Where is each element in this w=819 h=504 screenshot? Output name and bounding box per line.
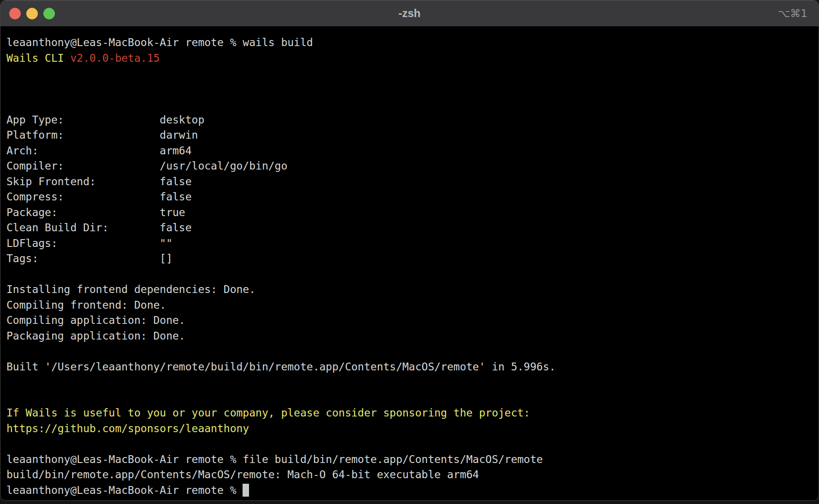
terminal-line: Tags:[]: [6, 251, 819, 267]
terminal-text: true: [160, 206, 185, 218]
terminal-text: false: [160, 222, 191, 234]
terminal-text-yellow: https://github.com/sponsors/leaanthony: [6, 422, 249, 434]
terminal-line: leaanthony@Leas-MacBook-Air remote %: [6, 483, 819, 498]
terminal-text: Installing frontend dependencies: Done.: [6, 283, 255, 295]
terminal-cursor: [243, 484, 249, 497]
terminal-text: false: [160, 176, 191, 188]
close-button[interactable]: [9, 8, 21, 19]
minimize-button[interactable]: [26, 8, 38, 19]
terminal-line: Built '/Users/leaanthony/remote/build/bi…: [6, 359, 819, 375]
terminal-line: Packaging application: Done.: [6, 328, 819, 344]
terminal-line: LDFlags:"": [6, 236, 819, 252]
terminal-text: leaanthony@Leas-MacBook-Air remote % wai…: [6, 36, 313, 48]
terminal-line: App Type:desktop: [6, 112, 819, 128]
terminal-text: Compress:: [6, 189, 160, 205]
terminal-text: arm64: [160, 145, 191, 157]
terminal-text: Compiling frontend: Done.: [6, 299, 166, 311]
terminal-line: [6, 82, 819, 97]
terminal-text: leaanthony@Leas-MacBook-Air remote %: [6, 484, 243, 496]
terminal-content[interactable]: leaanthony@Leas-MacBook-Air remote % wai…: [0, 26, 819, 498]
terminal-text: "": [160, 237, 172, 249]
terminal-line: leaanthony@Leas-MacBook-Air remote % wai…: [6, 35, 819, 51]
terminal-text: LDFlags:: [6, 236, 160, 252]
terminal-line: [6, 344, 819, 359]
terminal-text-yellow: If Wails is useful to you or your compan…: [6, 407, 530, 419]
terminal-line: Package:true: [6, 205, 819, 221]
terminal-text: /usr/local/go/bin/go: [160, 160, 287, 172]
terminal-line: Wails CLI v2.0.0-beta.15: [6, 51, 819, 66]
terminal-line: Compiler:/usr/local/go/bin/go: [6, 158, 819, 174]
terminal-text: false: [160, 191, 191, 203]
terminal-line: Arch:arm64: [6, 143, 819, 159]
terminal-text: Package:: [6, 205, 160, 221]
terminal-text-yellow: Wails CLI: [6, 52, 70, 64]
terminal-text: Built '/Users/leaanthony/remote/build/bi…: [6, 361, 556, 373]
terminal-line: [6, 375, 819, 390]
terminal-line: Compiling frontend: Done.: [6, 298, 819, 313]
terminal-text: Skip Frontend:: [6, 174, 160, 190]
terminal-text: darwin: [160, 129, 198, 141]
terminal-line: [6, 97, 819, 112]
terminal-text: []: [160, 252, 172, 264]
titlebar[interactable]: -zsh ⌥⌘1: [0, 0, 819, 26]
terminal-line: Compiling application: Done.: [6, 313, 819, 328]
terminal-line: [6, 66, 819, 82]
terminal-line: Compress:false: [6, 189, 819, 205]
terminal-text: Compiler:: [6, 158, 160, 174]
terminal-line: If Wails is useful to you or your compan…: [6, 405, 819, 421]
terminal-line: leaanthony@Leas-MacBook-Air remote % fil…: [6, 452, 819, 468]
terminal-text: desktop: [160, 114, 204, 126]
terminal-text: Arch:: [6, 143, 160, 159]
terminal-line: Installing frontend dependencies: Done.: [6, 282, 819, 298]
terminal-line: [6, 436, 819, 452]
terminal-text: Platform:: [6, 128, 160, 143]
window-controls: [0, 8, 55, 19]
terminal-text: Tags:: [6, 251, 160, 267]
terminal-line: https://github.com/sponsors/leaanthony: [6, 421, 819, 437]
terminal-line: build/bin/remote.app/Contents/MacOS/remo…: [6, 467, 819, 483]
terminal-line: Platform:darwin: [6, 128, 819, 143]
tab-shortcut-icon: ⌥⌘1: [778, 7, 819, 19]
window-title: -zsh: [0, 7, 819, 20]
terminal-text: leaanthony@Leas-MacBook-Air remote % fil…: [6, 453, 543, 465]
terminal-line: [6, 390, 819, 406]
terminal-text: Clean Build Dir:: [6, 220, 160, 236]
terminal-line: Clean Build Dir:false: [6, 220, 819, 236]
terminal-text: Packaging application: Done.: [6, 330, 185, 342]
terminal-text: App Type:: [6, 112, 160, 128]
terminal-text: build/bin/remote.app/Contents/MacOS/remo…: [6, 469, 479, 481]
terminal-line: Skip Frontend:false: [6, 174, 819, 190]
terminal-line: [6, 267, 819, 282]
zoom-button[interactable]: [43, 8, 55, 19]
terminal-window: -zsh ⌥⌘1 leaanthony@Leas-MacBook-Air rem…: [0, 0, 819, 501]
terminal-text-red: v2.0.0-beta.15: [70, 52, 160, 64]
terminal-text: Compiling application: Done.: [6, 314, 185, 326]
